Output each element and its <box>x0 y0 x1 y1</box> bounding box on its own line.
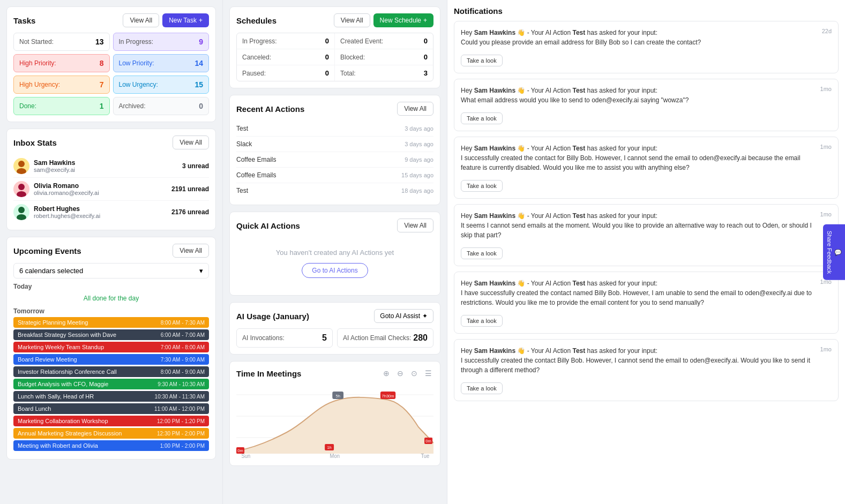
events-view-all-button[interactable]: View All <box>173 244 209 258</box>
quick-ai-actions-card: Quick AI Actions View All You haven't cr… <box>229 212 440 296</box>
user-info-sam: Sam Hawkins sam@execify.ai <box>34 159 178 173</box>
time-meetings-title: Time In Meetings <box>236 369 301 378</box>
sched-paused: Paused: 0 <box>237 65 335 81</box>
quick-ai-view-all-button[interactable]: View All <box>397 219 433 232</box>
svg-point-1 <box>17 168 26 174</box>
star-icon: ✦ <box>422 312 428 320</box>
ai-invocations-cell: AI Invocations: 5 <box>236 328 333 348</box>
zoom-reset-icon[interactable]: ⊙ <box>409 368 420 379</box>
notifications-column: Notifications Hey Sam Hawkins 👋 - Your A… <box>447 0 845 504</box>
schedules-new-button[interactable]: New Schedule + <box>373 13 433 27</box>
task-low-urgency[interactable]: Low Urgency: 15 <box>113 76 210 94</box>
tasks-header: Tasks View All New Task + <box>13 13 209 27</box>
feedback-wrapper: 💬 Share Feedback <box>823 224 845 280</box>
events-list: Strategic Planning Meeting 8:00 AM - 7:3… <box>13 317 209 451</box>
notification-3: Hey Sam Hawkins 👋 - Your AI Action Test … <box>454 204 839 266</box>
notif-1-header: Hey Sam Hawkins 👋 - Your AI Action Test … <box>461 86 832 105</box>
sched-canceled: Canceled: 0 <box>237 49 335 65</box>
event-lunch-sally[interactable]: Lunch with Sally, Head of HR 10:30 AM - … <box>13 391 209 402</box>
recent-ai-header: Recent AI Actions View All <box>236 102 433 116</box>
task-in-progress[interactable]: In Progress: 9 <box>113 33 210 51</box>
notif-0-take-look-button[interactable]: Take a look <box>461 55 503 66</box>
task-archived[interactable]: Archived: 0 <box>113 97 210 115</box>
ai-action-4[interactable]: Test 18 days ago <box>236 183 433 198</box>
task-high-priority[interactable]: High Priority: 8 <box>13 54 110 72</box>
task-not-started[interactable]: Not Started: 13 <box>13 33 110 51</box>
notification-5: Hey Sam Hawkins 👋 - Your AI Action Test … <box>454 339 839 401</box>
inbox-user-robert[interactable]: Robert Hughes robert.hughes@execify.ai 2… <box>13 201 209 223</box>
task-low-priority[interactable]: Low Priority: 14 <box>113 54 210 72</box>
ai-usage-header: AI Usage (January) Goto AI Assist ✦ <box>236 309 433 323</box>
avatar-robert <box>13 204 29 220</box>
notif-1-take-look-button[interactable]: Take a look <box>461 112 503 124</box>
notification-2: Hey Sam Hawkins 👋 - Your AI Action Test … <box>454 137 839 199</box>
event-board-review[interactable]: Board Review Meeting 7:30 AM - 9:00 AM <box>13 354 209 365</box>
inbox-stats-card: Inbox Stats View All Sam Hawkins sam@exe… <box>6 129 216 230</box>
tomorrow-label: Tomorrow <box>13 307 209 315</box>
user-info-robert: Robert Hughes robert.hughes@execify.ai <box>34 205 167 219</box>
events-header: Upcoming Events View All <box>13 244 209 258</box>
inbox-user-olivia[interactable]: Olivia Romano olivia.romano@execify.ai 2… <box>13 178 209 201</box>
svg-text:Sun: Sun <box>241 453 250 459</box>
svg-text:0m: 0m <box>425 439 431 443</box>
time-meetings-chart: 5h 7h30m Sun Mon Tue 1h 0m 0m <box>236 384 433 459</box>
ai-action-1[interactable]: Slack 3 days ago <box>236 137 433 152</box>
event-strategic[interactable]: Strategic Planning Meeting 8:00 AM - 7:3… <box>13 317 209 328</box>
event-marketing-workshop[interactable]: Marketing Collaboration Workshop 12:00 P… <box>13 416 209 426</box>
event-breakfast[interactable]: Breakfast Strategy Session with Dave 6:0… <box>13 329 209 340</box>
schedules-card: Schedules View All New Schedule + In Pro… <box>229 6 440 88</box>
inbox-user-sam[interactable]: Sam Hawkins sam@execify.ai 3 unread <box>13 155 209 178</box>
svg-text:Mon: Mon <box>330 453 340 459</box>
notif-5-text: Hey Sam Hawkins 👋 - Your AI Action Test … <box>461 346 816 375</box>
ai-actions-list: Test 3 days ago Slack 3 days ago Coffee … <box>236 121 433 198</box>
user-info-olivia: Olivia Romano olivia.romano@execify.ai <box>34 182 167 196</box>
recent-ai-actions-card: Recent AI Actions View All Test 3 days a… <box>229 95 440 205</box>
ai-action-2[interactable]: Coffee Emails 9 days ago <box>236 152 433 168</box>
event-annual-marketing[interactable]: Annual Marketing Strategies Discussion 1… <box>13 428 209 439</box>
sched-created-event: Created Event: 0 <box>335 33 433 49</box>
schedules-header: Schedules View All New Schedule + <box>236 13 433 27</box>
task-high-urgency[interactable]: High Urgency: 7 <box>13 76 110 94</box>
notification-0: Hey Sam Hawkins 👋 - Your AI Action Test … <box>454 21 839 73</box>
ai-action-3[interactable]: Coffee Emails 15 days ago <box>236 168 433 183</box>
recent-ai-view-all-button[interactable]: View All <box>397 102 433 116</box>
svg-text:0m: 0m <box>237 448 243 453</box>
ai-usage-title: AI Usage (January) <box>236 312 309 321</box>
schedules-view-all-button[interactable]: View All <box>334 13 370 27</box>
ai-action-0[interactable]: Test 3 days ago <box>236 121 433 137</box>
today-label: Today <box>13 283 209 290</box>
sched-row-1: In Progress: 0 Created Event: 0 <box>237 33 433 49</box>
inbox-view-all-button[interactable]: View All <box>173 136 209 149</box>
notif-4-header: Hey Sam Hawkins 👋 - Your AI Action Test … <box>461 279 832 307</box>
svg-text:5h: 5h <box>335 394 340 398</box>
notif-5-take-look-button[interactable]: Take a look <box>461 382 503 394</box>
ai-usage-card: AI Usage (January) Goto AI Assist ✦ AI I… <box>229 302 440 355</box>
ai-email-checks-cell: AI Action Email Checks: 280 <box>337 328 433 348</box>
notification-1: Hey Sam Hawkins 👋 - Your AI Action Test … <box>454 79 839 131</box>
tasks-view-all-button[interactable]: View All <box>123 13 159 27</box>
inbox-users-list: Sam Hawkins sam@execify.ai 3 unread Oliv… <box>13 155 209 223</box>
event-marketing-standup[interactable]: Marketing Weekly Team Standup 7:00 AM - … <box>13 342 209 352</box>
notif-4-take-look-button[interactable]: Take a look <box>461 315 503 327</box>
calendars-dropdown[interactable]: 6 calendars selected ▾ <box>13 263 209 279</box>
share-feedback-button[interactable]: 💬 Share Feedback <box>823 224 845 280</box>
event-meeting-robert[interactable]: Meeting with Robert and Olivia 1:00 PM -… <box>13 440 209 451</box>
zoom-in-icon[interactable]: ⊕ <box>381 368 392 379</box>
event-budget[interactable]: Budget Analysis with CFO, Maggie 9:30 AM… <box>13 379 209 389</box>
inbox-header: Inbox Stats View All <box>13 136 209 149</box>
notif-2-header: Hey Sam Hawkins 👋 - Your AI Action Test … <box>461 144 832 172</box>
tasks-new-button[interactable]: New Task + <box>162 13 209 27</box>
quick-ai-empty: You haven't created any AI Actions yet G… <box>236 238 433 289</box>
zoom-out-icon[interactable]: ⊖ <box>395 368 406 379</box>
inbox-title: Inbox Stats <box>13 138 57 147</box>
event-investor[interactable]: Investor Relationship Conference Call 8:… <box>13 366 209 377</box>
notif-0-header: Hey Sam Hawkins 👋 - Your AI Action Test … <box>461 28 832 47</box>
notif-3-take-look-button[interactable]: Take a look <box>461 247 503 259</box>
notif-5-header: Hey Sam Hawkins 👋 - Your AI Action Test … <box>461 346 832 375</box>
goto-ai-assist-button[interactable]: Goto AI Assist ✦ <box>374 309 433 323</box>
go-to-ai-actions-button[interactable]: Go to AI Actions <box>302 263 368 278</box>
menu-icon[interactable]: ☰ <box>423 368 433 379</box>
event-board-lunch[interactable]: Board Lunch 11:00 AM - 12:00 PM <box>13 403 209 414</box>
notif-2-take-look-button[interactable]: Take a look <box>461 180 503 192</box>
task-done[interactable]: Done: 1 <box>13 97 110 115</box>
